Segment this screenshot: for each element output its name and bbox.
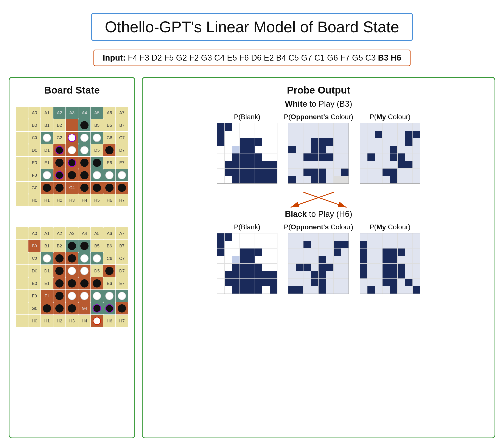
pg-cell bbox=[247, 138, 254, 146]
bd3 bbox=[66, 265, 78, 277]
pg-cell bbox=[341, 286, 348, 294]
pg-cell bbox=[390, 168, 397, 176]
pg-cell bbox=[360, 161, 367, 168]
bh4: H4 bbox=[78, 315, 90, 327]
pg-cell bbox=[382, 161, 390, 168]
pg-cell bbox=[288, 233, 296, 241]
cell-c5 bbox=[91, 132, 103, 144]
board-top: A0 A1 A2 A3 A4 A5 A6 A7 B0 B1 B2 B5 B6 B… bbox=[16, 107, 128, 219]
bh6: H6 bbox=[103, 315, 115, 327]
pg-cell bbox=[232, 153, 239, 161]
bc4 bbox=[78, 252, 90, 264]
pg-cell bbox=[405, 168, 413, 176]
board-state-title: Board State bbox=[44, 84, 100, 96]
pg-cell bbox=[367, 256, 375, 263]
be2 bbox=[54, 277, 66, 289]
cross-arrows-svg bbox=[243, 190, 394, 209]
cell-h5: H5 bbox=[91, 194, 103, 206]
pg-cell bbox=[360, 146, 367, 153]
pg-cell bbox=[232, 161, 239, 168]
pg-cell bbox=[217, 256, 224, 263]
black-blank-label: P(Blank) bbox=[234, 223, 260, 231]
pg-cell bbox=[296, 264, 303, 271]
pg-cell bbox=[413, 248, 420, 256]
pg-cell bbox=[296, 123, 303, 130]
be0: E0 bbox=[28, 277, 40, 289]
white-blank-label: P(Blank) bbox=[234, 113, 260, 121]
pg-cell bbox=[270, 123, 277, 130]
svg-line-3 bbox=[304, 192, 346, 207]
pg-cell bbox=[217, 138, 224, 146]
pg-cell bbox=[334, 131, 341, 138]
pg-cell bbox=[341, 161, 348, 168]
pg-cell bbox=[296, 271, 303, 279]
pg-cell bbox=[247, 241, 254, 248]
cell-e2 bbox=[54, 157, 66, 169]
pg-cell bbox=[413, 161, 420, 168]
black-bold: Black bbox=[285, 209, 307, 219]
pg-cell bbox=[360, 168, 367, 176]
pg-cell bbox=[375, 233, 382, 241]
pg-cell bbox=[247, 161, 254, 168]
pg-cell bbox=[405, 153, 413, 161]
pg-cell bbox=[296, 131, 303, 138]
pg-cell bbox=[390, 241, 397, 248]
pg-cell bbox=[255, 279, 262, 286]
cell-a1-label: A1 bbox=[41, 107, 53, 119]
pg-cell bbox=[382, 168, 390, 176]
bc6: C6 bbox=[103, 252, 115, 264]
pg-cell bbox=[296, 153, 303, 161]
pg-cell bbox=[225, 264, 232, 271]
pg-cell bbox=[390, 248, 397, 256]
pg-cell bbox=[413, 123, 420, 130]
pg-cell bbox=[341, 168, 348, 176]
pg-cell bbox=[262, 131, 270, 138]
pg-cell bbox=[360, 138, 367, 146]
pg-cell bbox=[390, 271, 397, 279]
cell-f3 bbox=[66, 169, 78, 181]
pg-cell bbox=[367, 233, 375, 241]
cell-e4 bbox=[78, 157, 90, 169]
pg-cell bbox=[397, 286, 405, 294]
pg-cell bbox=[413, 138, 420, 146]
pg-cell bbox=[413, 271, 420, 279]
pg-cell bbox=[225, 248, 232, 256]
pg-cell bbox=[326, 271, 333, 279]
pg-cell bbox=[319, 138, 326, 146]
brow-b bbox=[16, 240, 28, 252]
bd0: D0 bbox=[28, 265, 40, 277]
cell-d2 bbox=[54, 144, 66, 156]
pg-cell bbox=[270, 146, 277, 153]
bd6 bbox=[103, 265, 115, 277]
pg-cell bbox=[288, 153, 296, 161]
black-my-label: P(My Colour) bbox=[370, 223, 411, 231]
pg-cell bbox=[326, 131, 333, 138]
pg-cell bbox=[311, 161, 318, 168]
pg-cell bbox=[247, 146, 254, 153]
pg-cell bbox=[288, 279, 296, 286]
pg-cell bbox=[375, 256, 382, 263]
pg-cell bbox=[240, 161, 247, 168]
pg-cell bbox=[413, 168, 420, 176]
pg-cell bbox=[375, 286, 382, 294]
black-opponent-label: P(Opponent's Colour) bbox=[284, 223, 353, 231]
pg-cell bbox=[255, 123, 262, 130]
pg-cell bbox=[382, 248, 390, 256]
pg-cell bbox=[296, 279, 303, 286]
pg-cell bbox=[304, 123, 311, 130]
cell-g6 bbox=[103, 182, 115, 194]
pg-cell bbox=[247, 176, 254, 183]
pg-cell bbox=[382, 131, 390, 138]
cell-f1 bbox=[41, 169, 53, 181]
pg-cell bbox=[304, 248, 311, 256]
cell-b3 bbox=[66, 119, 78, 131]
row-d-label bbox=[16, 144, 28, 156]
pg-cell bbox=[360, 233, 367, 241]
pg-cell bbox=[225, 241, 232, 248]
pg-cell bbox=[288, 146, 296, 153]
cell-h1: H1 bbox=[41, 194, 53, 206]
pg-cell bbox=[296, 233, 303, 241]
black-opponent-container: P(Opponent's Colour) bbox=[284, 223, 353, 294]
pg-cell bbox=[225, 168, 232, 176]
bd5: D5 bbox=[91, 265, 103, 277]
